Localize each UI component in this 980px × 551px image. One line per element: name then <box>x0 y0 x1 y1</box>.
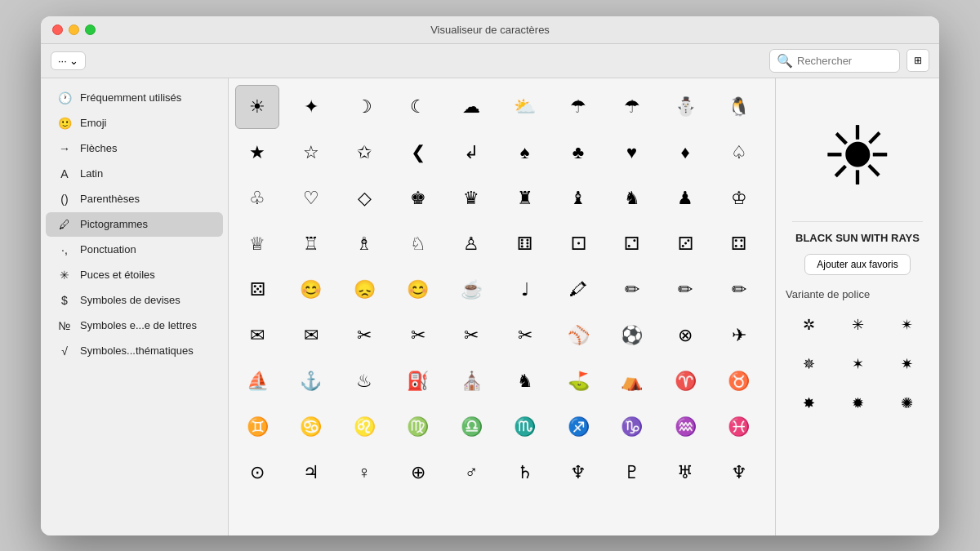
char-cell[interactable]: ♧ <box>235 176 279 220</box>
char-cell[interactable]: ☆ <box>289 131 333 175</box>
char-cell[interactable]: ♅ <box>663 451 707 495</box>
char-cell[interactable]: ♉ <box>717 359 761 403</box>
char-cell[interactable]: ☁ <box>449 85 493 129</box>
char-cell[interactable]: ♝ <box>556 176 600 220</box>
char-cell[interactable]: ♛ <box>449 176 493 220</box>
char-cell[interactable]: ♡ <box>289 176 333 220</box>
char-cell[interactable]: ⚅ <box>503 222 547 266</box>
char-cell[interactable]: ⚀ <box>556 222 600 266</box>
char-cell[interactable]: ♆ <box>556 451 600 495</box>
char-cell[interactable]: ♣ <box>556 131 600 175</box>
char-cell[interactable]: ✦ <box>289 85 333 129</box>
char-cell[interactable]: ♦ <box>663 131 707 175</box>
search-input[interactable] <box>797 55 893 67</box>
char-cell[interactable]: ✏ <box>610 268 654 312</box>
char-cell[interactable]: ♓ <box>717 405 761 449</box>
sidebar-item-picto[interactable]: 🖊Pictogrammes <box>46 212 223 237</box>
char-cell[interactable]: ⚁ <box>610 222 654 266</box>
char-cell[interactable]: ♥ <box>610 131 654 175</box>
variant-cell[interactable]: ✹ <box>835 385 880 421</box>
char-cell[interactable]: ♒ <box>663 405 707 449</box>
char-cell[interactable]: ♞ <box>503 359 547 403</box>
sidebar-item-letters[interactable]: №Symboles e...e de lettres <box>46 313 223 338</box>
char-cell[interactable]: ✈ <box>717 313 761 358</box>
char-cell[interactable]: ♘ <box>396 222 440 266</box>
sidebar-item-bullets[interactable]: ✳Puces et étoiles <box>46 263 223 287</box>
char-cell[interactable]: ♈ <box>663 359 707 403</box>
char-cell[interactable]: ♖ <box>289 222 333 266</box>
char-cell[interactable]: 🐧 <box>717 85 761 129</box>
char-cell[interactable]: ♨ <box>342 359 386 403</box>
char-cell[interactable]: ☂ <box>610 85 654 129</box>
char-cell[interactable]: ★ <box>235 131 279 175</box>
char-cell[interactable]: ⛪ <box>449 359 493 403</box>
char-cell[interactable]: ♑ <box>610 405 654 449</box>
char-cell[interactable]: ⊙ <box>235 451 279 495</box>
char-cell[interactable]: ♀ <box>342 451 386 495</box>
char-cell[interactable]: ♜ <box>503 176 547 220</box>
char-cell[interactable]: 😊 <box>289 268 333 312</box>
char-cell[interactable]: ✂ <box>342 313 386 358</box>
char-cell[interactable]: ☀ <box>235 85 279 129</box>
char-cell[interactable]: ♊ <box>235 405 279 449</box>
sidebar-item-recent[interactable]: 🕐Fréquemment utilisés <box>46 86 223 110</box>
char-cell[interactable]: ✂ <box>396 313 440 358</box>
char-cell[interactable]: ♞ <box>610 176 654 220</box>
fullscreen-button[interactable] <box>85 24 96 35</box>
char-cell[interactable]: ♎ <box>449 405 493 449</box>
char-cell[interactable]: ♍ <box>396 405 440 449</box>
char-cell[interactable]: ⚽ <box>610 313 654 358</box>
char-cell[interactable]: ❮ <box>396 131 440 175</box>
sidebar-item-arrows[interactable]: →Flèches <box>46 136 223 161</box>
close-button[interactable] <box>52 24 63 35</box>
char-cell[interactable]: ⛺ <box>610 359 654 403</box>
char-cell[interactable]: ↲ <box>449 131 493 175</box>
char-cell[interactable]: ⊕ <box>396 451 440 495</box>
char-cell[interactable]: ♗ <box>342 222 386 266</box>
char-cell[interactable]: ☕ <box>449 268 493 312</box>
char-cell[interactable]: ⚾ <box>556 313 600 358</box>
grid-view-button[interactable]: ⊞ <box>906 49 929 72</box>
char-cell[interactable]: ✏ <box>717 268 761 312</box>
char-cell[interactable]: ⚓ <box>289 359 333 403</box>
char-cell[interactable]: ♔ <box>717 176 761 220</box>
char-cell[interactable]: ♌ <box>342 405 386 449</box>
char-cell[interactable]: ⚃ <box>717 222 761 266</box>
char-cell[interactable]: ♙ <box>449 222 493 266</box>
variant-cell[interactable]: ✳ <box>835 307 880 343</box>
variant-cell[interactable]: ✸ <box>786 385 831 421</box>
char-cell[interactable]: ⊗ <box>663 313 707 358</box>
variant-cell[interactable]: ✶ <box>835 346 880 382</box>
char-cell[interactable]: ♆ <box>717 451 761 495</box>
char-cell[interactable]: ⚂ <box>663 222 707 266</box>
add-favorites-button[interactable]: Ajouter aux favoris <box>804 254 910 275</box>
char-cell[interactable]: ✏ <box>663 268 707 312</box>
sidebar-item-currency[interactable]: $Symboles de devises <box>46 288 223 313</box>
char-cell[interactable]: 😊 <box>396 268 440 312</box>
char-cell[interactable]: ✂ <box>449 313 493 358</box>
char-cell[interactable]: ♄ <box>503 451 547 495</box>
char-cell[interactable]: ♐ <box>556 405 600 449</box>
char-cell[interactable]: ⛳ <box>556 359 600 403</box>
char-cell[interactable]: ⛄ <box>663 85 707 129</box>
char-cell[interactable]: ♤ <box>717 131 761 175</box>
char-cell[interactable]: ☽ <box>342 85 386 129</box>
variant-cell[interactable]: ✲ <box>786 307 831 343</box>
search-box[interactable]: 🔍 <box>769 49 900 73</box>
sidebar-item-latin[interactable]: ALatin <box>46 162 223 186</box>
sidebar-item-emoji[interactable]: 🙂Emoji <box>46 111 223 136</box>
char-cell[interactable]: ♂ <box>449 451 493 495</box>
variant-cell[interactable]: ✴ <box>884 307 929 343</box>
char-cell[interactable]: ♃ <box>289 451 333 495</box>
char-cell[interactable]: ♋ <box>289 405 333 449</box>
variant-cell[interactable]: ✺ <box>884 385 929 421</box>
sidebar-item-parens[interactable]: ()Parenthèses <box>46 187 223 211</box>
char-cell[interactable]: ✂ <box>503 313 547 358</box>
char-cell[interactable]: ⛽ <box>396 359 440 403</box>
sidebar-item-punct[interactable]: ·,Ponctuation <box>46 238 223 262</box>
char-cell[interactable]: ♟ <box>663 176 707 220</box>
variant-cell[interactable]: ✷ <box>884 346 929 382</box>
sidebar-item-thematic[interactable]: √Symboles...thématiques <box>46 339 223 363</box>
char-cell[interactable]: ♏ <box>503 405 547 449</box>
char-cell[interactable]: ⚄ <box>235 268 279 312</box>
